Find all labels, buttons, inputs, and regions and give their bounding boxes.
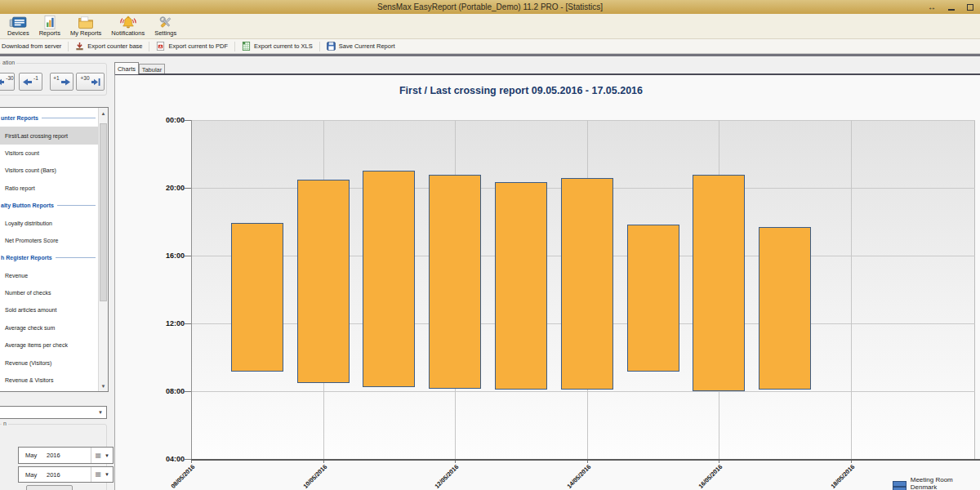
settings-icon xyxy=(158,16,174,29)
resize-window-icon[interactable]: ↔ xyxy=(928,0,936,14)
navigation-group-label: ation xyxy=(1,60,16,65)
chart-bar[interactable] xyxy=(429,175,481,388)
legend-label: Meeting Room Denmark xyxy=(911,476,980,490)
sidebar-combobox[interactable]: ▼ xyxy=(0,406,107,419)
y-axis-tick xyxy=(185,256,191,256)
report-list: unter ReportsFirst/Last crossing reportV… xyxy=(0,107,109,392)
report-list-item[interactable]: First/Last crossing report xyxy=(0,127,99,144)
report-list-item[interactable]: Number of checks xyxy=(0,284,99,301)
y-axis-tick xyxy=(185,120,191,121)
y-axis-tick xyxy=(185,188,191,189)
y-axis-tick xyxy=(185,459,191,460)
chart-tab-page: First / Last crossing report 09.05.2016 … xyxy=(114,74,980,490)
chart-bar[interactable] xyxy=(495,182,547,390)
export-to-xls-button[interactable]: Export current to XLS xyxy=(235,42,319,51)
export-to-pdf-button[interactable]: Export current to PDF xyxy=(149,42,234,51)
window-title: SensMax EasyReport (Portable_Demo) 11.2 … xyxy=(377,2,603,11)
chart-bar[interactable] xyxy=(231,223,283,372)
arrow-left-icon xyxy=(23,78,32,86)
chart-bar[interactable] xyxy=(759,227,811,390)
export-counter-icon xyxy=(75,42,84,51)
ribbon-item-reports[interactable]: Reports xyxy=(34,15,65,38)
reports-icon xyxy=(42,16,57,29)
chart-bar[interactable] xyxy=(561,178,613,390)
ribbon-item-devices[interactable]: Devices xyxy=(2,15,34,38)
scroll-up-icon[interactable]: ▲ xyxy=(99,108,108,118)
legend-swatch xyxy=(893,481,906,487)
tab-charts[interactable]: Charts xyxy=(114,62,139,74)
calendar-dropdown-button[interactable]: ▦ ▼ xyxy=(91,467,113,482)
arrow-left-bar-icon xyxy=(0,78,4,86)
y-tick-label: 08:00 xyxy=(148,386,185,396)
month-value: May xyxy=(19,452,47,459)
header-rule xyxy=(56,257,96,258)
chart-area: 00:0020:0016:0012:0008:0004:0008/05/2016… xyxy=(115,75,980,490)
y-tick-label: 00:00 xyxy=(148,115,185,125)
year-value: 2016 xyxy=(47,471,60,479)
calendar-dropdown-button[interactable]: ▦ ▼ xyxy=(91,448,113,463)
report-list-item[interactable]: Loyalty distribution xyxy=(0,214,99,231)
x-tick-label: 10/05/2016 xyxy=(254,463,328,490)
maximize-button[interactable] xyxy=(967,4,973,11)
report-list-item[interactable]: Net Promoters Score xyxy=(0,232,99,249)
minimize-button[interactable] xyxy=(948,3,955,11)
report-list-item[interactable]: Ratio report xyxy=(0,180,99,197)
titlebar: SensMax EasyReport (Portable_Demo) 11.2 … xyxy=(0,0,980,14)
nav-forward-1-button[interactable]: +1 xyxy=(50,73,74,91)
report-list-item[interactable]: Visitors count (Bars) xyxy=(0,162,99,179)
month-value: May xyxy=(19,471,47,479)
report-list-scrollbar[interactable]: ▲ ▼ xyxy=(98,108,108,391)
export-counter-base-button[interactable]: Export counter base xyxy=(69,42,149,51)
my-reports-icon xyxy=(77,16,95,29)
ribbon-item-notifications[interactable]: Notifications xyxy=(106,15,149,38)
scrollbar-thumb[interactable] xyxy=(100,123,107,301)
ribbon-item-my-reports[interactable]: My Reports xyxy=(65,15,106,38)
chart-bar[interactable] xyxy=(363,171,415,387)
report-list-item[interactable]: Average check sum xyxy=(0,319,99,336)
chart-bar[interactable] xyxy=(693,175,745,391)
nav-forward-30-button[interactable]: +30 xyxy=(76,73,105,91)
arrow-right-icon xyxy=(61,78,70,86)
window-controls: ↔ xyxy=(928,0,973,14)
x-tick-label: 14/05/2016 xyxy=(518,463,592,490)
nav-back-30-button[interactable]: -30 xyxy=(0,73,15,91)
chart-bar[interactable] xyxy=(627,225,679,372)
report-list-item[interactable]: Revenue & Visitors xyxy=(0,372,99,389)
date-from-picker[interactable]: May 2016 ▦ ▼ xyxy=(18,447,114,464)
report-list-header: unter Reports xyxy=(0,109,99,127)
arrow-right-bar-icon xyxy=(91,78,100,86)
grid-line-h xyxy=(191,120,975,121)
ribbon-item-settings[interactable]: Settings xyxy=(149,15,181,38)
report-list-item[interactable]: Average items per check xyxy=(0,336,99,354)
pdf-icon xyxy=(156,42,165,51)
x-tick-label: 08/05/2016 xyxy=(122,463,196,490)
scroll-down-icon[interactable]: ▼ xyxy=(99,381,108,391)
chevron-down-icon: ▼ xyxy=(98,410,103,415)
save-icon xyxy=(327,42,336,51)
ribbon-toolbar: Devices Reports My Reports xyxy=(0,14,980,39)
date-to-picker[interactable]: May 2016 ▦ ▼ xyxy=(18,466,114,483)
xls-icon xyxy=(242,42,251,51)
grid-line-h xyxy=(191,391,975,392)
notifications-icon xyxy=(118,16,139,29)
x-axis-line xyxy=(191,459,980,461)
chevron-down-icon: ▼ xyxy=(105,453,109,458)
y-axis-tick xyxy=(185,323,191,324)
y-tick-label: 04:00 xyxy=(148,454,185,464)
header-rule xyxy=(42,118,96,118)
partial-button[interactable] xyxy=(26,485,73,490)
chevron-down-icon: ▼ xyxy=(105,472,109,477)
chart-bar[interactable] xyxy=(297,180,350,383)
report-list-item[interactable]: Visitors count xyxy=(0,145,99,162)
legend-item-partial xyxy=(893,487,911,490)
save-current-report-button[interactable]: Save Current Report xyxy=(320,42,402,51)
report-list-header: h Register Reports xyxy=(0,249,99,266)
y-axis-line xyxy=(191,120,192,459)
download-from-server-button[interactable]: Download from server xyxy=(1,42,68,50)
y-tick-label: 20:00 xyxy=(148,183,185,193)
nav-back-1-button[interactable]: -1 xyxy=(19,73,42,91)
report-list-item[interactable]: Revenue xyxy=(0,267,99,284)
report-list-item[interactable]: Sold articles amount xyxy=(0,301,99,318)
report-list-item[interactable]: Revenue (Visitors) xyxy=(0,354,99,371)
y-axis-tick xyxy=(185,391,191,392)
